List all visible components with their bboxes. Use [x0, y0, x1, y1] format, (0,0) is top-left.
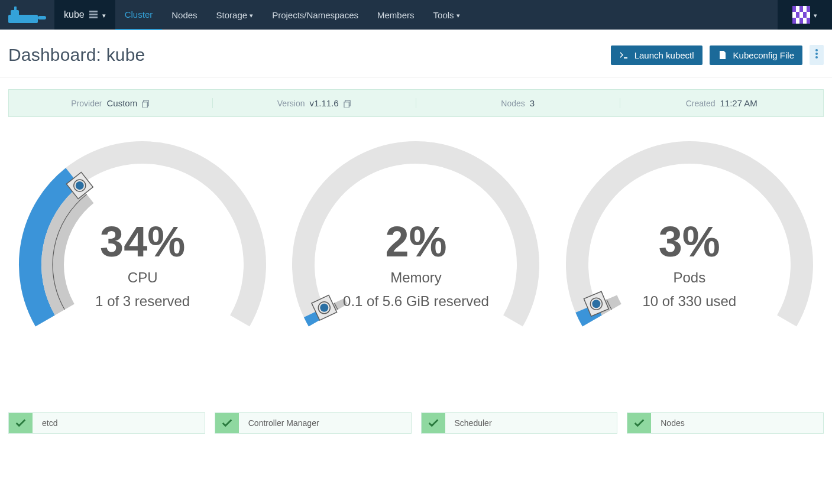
- info-nodes: Nodes 3: [416, 98, 620, 108]
- gauge-subtitle: 0.1 of 5.6 GiB reserved: [286, 293, 546, 310]
- svg-rect-13: [344, 102, 349, 108]
- component-label: Nodes: [651, 413, 684, 433]
- svg-point-7: [815, 49, 818, 51]
- page-title: Dashboard: kube: [8, 45, 145, 65]
- gauge-title: Pods: [559, 269, 820, 286]
- info-created: Created 11:27 AM: [620, 98, 824, 108]
- component-label: Scheduler: [445, 413, 492, 433]
- cluster-name: kube: [64, 9, 85, 20]
- chevron-down-icon: ▾: [250, 12, 253, 19]
- gauge-pods: 3% Pods 10 of 330 used: [559, 141, 820, 365]
- cluster-icon: [89, 11, 98, 19]
- check-icon: [627, 413, 651, 433]
- gauge-memory: 2% Memory 0.1 of 5.6 GiB reserved: [286, 141, 546, 365]
- check-icon: [422, 413, 445, 433]
- svg-rect-2: [14, 6, 17, 11]
- file-icon: [718, 50, 727, 60]
- kebab-icon: [815, 48, 818, 59]
- check-icon: [9, 413, 33, 433]
- more-actions-button[interactable]: [810, 45, 824, 65]
- component-scheduler: Scheduler: [421, 412, 618, 434]
- gauges-row: 34% CPU 1 of 3 reserved 2% Memory 0.1 of…: [0, 117, 832, 412]
- component-nodes: Nodes: [627, 412, 824, 434]
- nav-item-tools[interactable]: Tools▾: [424, 0, 470, 30]
- cluster-info-bar: Provider Custom Version v1.11.6 Nodes 3 …: [8, 89, 824, 117]
- user-menu[interactable]: ▾: [778, 0, 832, 30]
- button-label: Launch kubectl: [634, 50, 694, 60]
- svg-point-15: [76, 181, 84, 190]
- page-header: Dashboard: kube Launch kubectl Kubeconfi…: [0, 30, 832, 77]
- chevron-down-icon: ▾: [814, 12, 817, 19]
- svg-point-9: [815, 56, 818, 58]
- svg-rect-4: [89, 11, 98, 12]
- svg-rect-0: [8, 15, 38, 23]
- kubeconfig-file-button[interactable]: Kubeconfig File: [710, 45, 802, 65]
- component-etcd: etcd: [8, 412, 205, 434]
- cow-icon: [8, 6, 46, 23]
- rancher-logo[interactable]: [0, 0, 54, 30]
- svg-rect-5: [89, 14, 98, 15]
- copy-icon[interactable]: [344, 100, 351, 108]
- gauge-subtitle: 10 of 330 used: [559, 293, 820, 310]
- terminal-icon: [619, 50, 629, 60]
- gauge-cpu: 34% CPU 1 of 3 reserved: [12, 141, 273, 365]
- launch-kubectl-button[interactable]: Launch kubectl: [611, 45, 702, 65]
- svg-rect-6: [89, 17, 98, 18]
- gauge-title: Memory: [286, 269, 546, 286]
- svg-rect-3: [38, 16, 46, 19]
- component-status-row: etcdController ManagerSchedulerNodes: [0, 412, 832, 451]
- component-controller-manager: Controller Manager: [215, 412, 412, 434]
- chevron-down-icon: ▾: [457, 12, 460, 19]
- gauge-percent: 3%: [559, 217, 820, 266]
- nav-item-storage[interactable]: Storage▾: [207, 0, 263, 30]
- avatar: [792, 6, 810, 24]
- gauge-percent: 34%: [12, 217, 273, 266]
- gauge-percent: 2%: [286, 217, 546, 266]
- gauge-title: CPU: [12, 269, 273, 286]
- button-label: Kubeconfig File: [733, 50, 794, 60]
- nav-items: ClusterNodesStorage▾Projects/NamespacesM…: [115, 0, 470, 30]
- component-label: etcd: [33, 413, 57, 433]
- chevron-down-icon: ▾: [102, 12, 106, 19]
- nav-item-nodes[interactable]: Nodes: [162, 0, 206, 30]
- gauge-subtitle: 1 of 3 reserved: [12, 293, 273, 310]
- check-icon: [215, 413, 239, 433]
- component-label: Controller Manager: [239, 413, 319, 433]
- copy-icon[interactable]: [142, 100, 150, 108]
- nav-item-projects-namespaces[interactable]: Projects/Namespaces: [263, 0, 368, 30]
- svg-point-8: [815, 53, 818, 55]
- nav-item-cluster[interactable]: Cluster: [115, 0, 163, 30]
- info-provider: Provider Custom: [9, 98, 212, 108]
- cluster-switcher[interactable]: kube ▾: [54, 0, 115, 30]
- info-version: Version v1.11.6: [212, 98, 416, 108]
- top-nav: kube ▾ ClusterNodesStorage▾Projects/Name…: [0, 0, 832, 30]
- svg-rect-11: [143, 102, 147, 108]
- nav-item-members[interactable]: Members: [368, 0, 424, 30]
